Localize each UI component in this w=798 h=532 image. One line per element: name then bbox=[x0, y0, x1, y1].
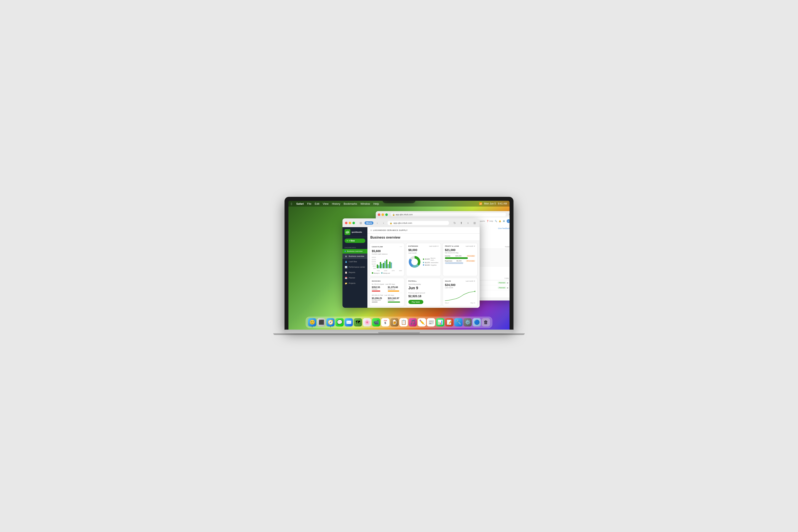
settings-icon-back[interactable]: ⚙️ bbox=[503, 220, 505, 222]
work-badge[interactable]: Work bbox=[364, 221, 374, 225]
cf-menu-icon[interactable]: ⋯ bbox=[400, 245, 402, 248]
menu-history[interactable]: History bbox=[332, 202, 340, 205]
new-button[interactable]: + + New bbox=[345, 239, 365, 243]
url-front: app.qbo.intuit.com bbox=[393, 222, 412, 224]
address-bar-back[interactable]: 🔒 app.qbo.intuit.com bbox=[391, 213, 506, 216]
sidebar-item-business-overview-2[interactable]: ⊞ Business overview bbox=[342, 253, 367, 259]
sidebar-label-reports: Reports bbox=[349, 271, 355, 273]
cards-grid: CASH FLOW ⋯ $5,600 Current cash balance … bbox=[369, 243, 478, 306]
back-nav-btn[interactable]: ‹ bbox=[375, 221, 380, 226]
menu-bookmarks[interactable]: Bookmarks bbox=[343, 202, 357, 205]
dock-news[interactable]: 📰 bbox=[427, 318, 435, 326]
book-icon[interactable]: ⊞ bbox=[358, 221, 363, 226]
reload-btn-back[interactable]: ↻ bbox=[509, 213, 510, 216]
dock-systemprefs[interactable]: ⚙️ bbox=[463, 318, 472, 326]
sales-chart bbox=[445, 290, 475, 302]
income-review-badge[interactable]: 8 to review bbox=[467, 255, 475, 257]
reports-icon: 📋 bbox=[345, 271, 347, 274]
share-icon[interactable]: ⬆ bbox=[459, 221, 464, 226]
sidebar-item-projects[interactable]: 📁 Projects bbox=[342, 281, 367, 286]
income-value: $29,000 bbox=[456, 255, 461, 257]
expenses-review-badge[interactable]: 15 to review bbox=[466, 260, 475, 262]
search-icon-back[interactable]: 🔍 bbox=[495, 220, 497, 222]
pl-expenses-header: Expenses $8,000 15 to review bbox=[445, 260, 475, 262]
money-out-legend-dot: Money out bbox=[381, 272, 390, 274]
dock-pages[interactable]: 📝 bbox=[445, 318, 453, 326]
give-feedback-link[interactable]: Give feedback bbox=[498, 227, 510, 229]
dock-freeform[interactable]: ✏️ bbox=[418, 318, 426, 326]
reload-btn-front[interactable]: ↻ bbox=[452, 221, 457, 226]
dock-maps[interactable]: 🗺 bbox=[354, 318, 362, 326]
company-name-label: LOCKWOOD CERAMICS SUPPLY bbox=[373, 229, 408, 231]
dock-mail[interactable]: ✉️ bbox=[345, 318, 353, 326]
pay-team-button[interactable]: Pay team bbox=[408, 300, 423, 304]
mar-out-bar bbox=[381, 264, 383, 268]
pl-income-row: Income $29,000 8 to review bbox=[445, 255, 475, 259]
today-label: TODAY bbox=[505, 246, 510, 248]
dock-messages[interactable]: 💬 bbox=[336, 318, 344, 326]
safari-dot bbox=[330, 326, 331, 327]
sidebar-label-overview: Business overview bbox=[349, 255, 364, 257]
inv-deposited-amount: $20,162.97 bbox=[388, 297, 402, 300]
supplies-dot bbox=[423, 264, 424, 266]
sales-amount: $24,500 bbox=[445, 283, 475, 287]
qb-logo-area: qb quickbooks bbox=[342, 227, 367, 237]
cf-label: Current cash balance bbox=[372, 253, 402, 255]
bell-icon-back[interactable]: 🔔 bbox=[499, 220, 501, 222]
planner-icon: 📅 bbox=[345, 277, 347, 279]
menu-edit[interactable]: Edit bbox=[315, 202, 319, 205]
dock-itunes[interactable]: 🎵 bbox=[408, 318, 417, 326]
minimize-button-back[interactable] bbox=[382, 213, 384, 216]
fullscreen-button-back[interactable] bbox=[385, 213, 388, 216]
fullscreen-button-front[interactable] bbox=[353, 222, 355, 224]
exp-dropdown-icon[interactable]: ▼ bbox=[437, 245, 439, 247]
sidebar-item-cash-flow[interactable]: 💧 Cash flow bbox=[342, 259, 367, 264]
close-button-front[interactable] bbox=[345, 222, 347, 224]
pl-rows: Income $29,000 8 to review bbox=[445, 255, 475, 264]
hamburger-icon[interactable]: ≡ bbox=[370, 229, 372, 232]
dock-finder[interactable]: 😊 bbox=[308, 318, 316, 326]
menu-help[interactable]: Help bbox=[374, 202, 379, 205]
expenses-content: $2,625 Rent & mort... $2,375 Automotive bbox=[408, 255, 439, 268]
donut-chart bbox=[408, 255, 421, 268]
sidebar-item-reports[interactable]: 📋 Reports bbox=[342, 270, 367, 275]
exp-period-label: Last month bbox=[408, 252, 439, 254]
dock-safari[interactable]: 🧭 bbox=[326, 318, 335, 326]
sidebar-item-business-overview[interactable]: Business overview bbox=[342, 249, 367, 253]
menu-window[interactable]: Window bbox=[360, 202, 370, 205]
sidebar-toggle-icon[interactable]: ⊞ bbox=[472, 221, 477, 226]
notdue-bar bbox=[388, 290, 399, 291]
help-link[interactable]: ❓ Help bbox=[487, 220, 493, 222]
menu-view[interactable]: View bbox=[323, 202, 328, 205]
sidebar-item-performance[interactable]: 📊 Performance center bbox=[342, 264, 367, 270]
dock-controlcenter[interactable]: 🔵 bbox=[473, 318, 481, 326]
dock-homebrew[interactable]: 🍺 bbox=[390, 318, 399, 326]
minimize-button-front[interactable] bbox=[349, 222, 351, 224]
payroll-card-header: PAYROLL bbox=[408, 280, 439, 282]
pl-period: Last month ▼ bbox=[466, 245, 475, 247]
browser-controls-front: ⊞ Work ‹ › 🔒 app.qbo.intuit.com bbox=[345, 221, 477, 226]
expenses-bar bbox=[445, 262, 463, 264]
forward-nav-btn[interactable]: › bbox=[381, 221, 386, 226]
finder-dot bbox=[312, 326, 312, 327]
cf-card-title: CASH FLOW bbox=[372, 246, 383, 248]
deposited-bar bbox=[388, 302, 400, 303]
pl-dropdown-icon[interactable]: ▼ bbox=[474, 245, 475, 247]
dock-photos[interactable]: 🌸 bbox=[363, 318, 371, 326]
sales-dropdown-icon[interactable]: ▼ bbox=[474, 280, 475, 282]
menu-file[interactable]: File bbox=[307, 202, 311, 205]
dock-numbers[interactable]: 📊 bbox=[436, 318, 444, 326]
dock-appstore[interactable]: 🔧 bbox=[454, 318, 462, 326]
dock-facetime[interactable]: 📹 bbox=[372, 318, 380, 326]
col-type: TYPE bbox=[505, 278, 509, 279]
dock-trash[interactable]: 🗑 bbox=[482, 318, 490, 326]
menubar:  Safari File Edit View History Bookmark… bbox=[288, 201, 510, 207]
dock-reminders[interactable]: 📋 bbox=[399, 318, 408, 326]
sidebar-item-planner[interactable]: 📅 Planner bbox=[342, 275, 367, 281]
plus-icon: + bbox=[347, 240, 348, 242]
address-bar-front[interactable]: 🔒 app.qbo.intuit.com bbox=[387, 221, 449, 225]
close-button-back[interactable] bbox=[378, 213, 380, 216]
dock-calendar[interactable]: JUN 5 bbox=[381, 318, 390, 326]
new-tab-icon[interactable]: + bbox=[466, 221, 471, 226]
dock-launchpad[interactable]: ⬛ bbox=[317, 318, 325, 326]
